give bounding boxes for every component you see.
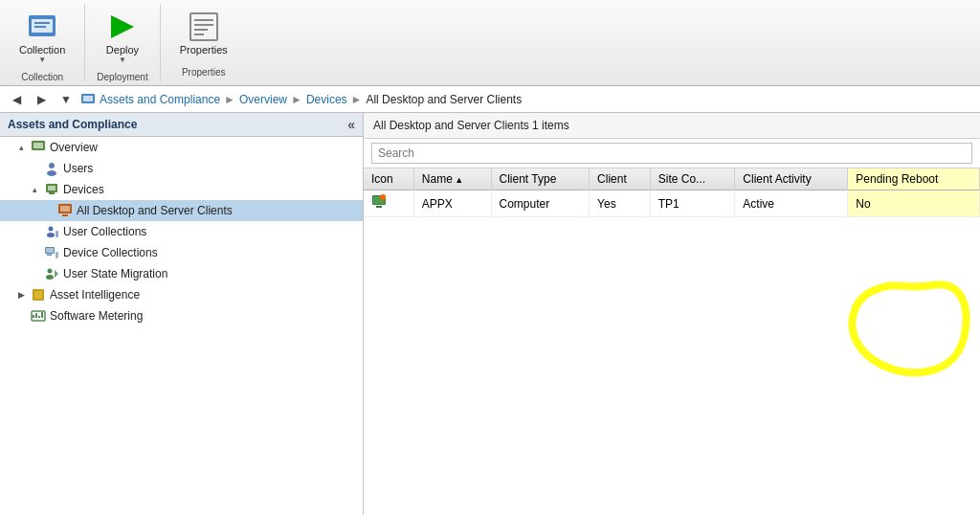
properties-group-label: Properties [182, 63, 226, 78]
overview-expand-icon: ▴ [15, 142, 27, 153]
navigation-bar: ◀ ▶ ▼ Assets and Compliance ► Overview ►… [0, 86, 980, 113]
col-site-co[interactable]: Site Co... [650, 168, 735, 190]
dropdown-button[interactable]: ▼ [56, 89, 77, 110]
intelligence-expand-icon: ▶ [15, 289, 27, 301]
svg-rect-17 [48, 186, 56, 190]
table-container: Icon Name Client Type Client Site Co... … [364, 168, 980, 515]
toolbar-group-collection: Collection ▼ Collection [0, 4, 85, 81]
sidebar-item-user-collections-label: User Collections [63, 225, 146, 238]
content-area: All Desktop and Server Clients 1 items I… [364, 113, 980, 515]
sidebar-item-all-desktop[interactable]: All Desktop and Server Clients [0, 200, 363, 221]
table-row[interactable]: APPX Computer Yes TP1 Active No [364, 190, 980, 217]
col-icon[interactable]: Icon [364, 168, 413, 190]
sidebar-item-asset-intelligence[interactable]: ▶ Asset Intelligence [0, 284, 363, 305]
sidebar-collapse-button[interactable]: « [347, 117, 355, 132]
deploy-button[interactable]: Deploy ▼ [99, 8, 146, 68]
content-header: All Desktop and Server Clients 1 items [364, 113, 980, 139]
users-expand-icon [29, 163, 40, 174]
software-metering-icon [31, 308, 46, 324]
user-state-migration-icon [44, 266, 59, 281]
sidebar-item-overview-label: Overview [50, 141, 98, 154]
device-row-icon [371, 194, 387, 210]
back-button[interactable]: ◀ [6, 89, 27, 110]
devices-table: Icon Name Client Type Client Site Co... … [364, 168, 980, 217]
col-client-type[interactable]: Client Type [491, 168, 590, 190]
svg-rect-7 [194, 24, 213, 26]
sidebar-item-device-collections[interactable]: Device Collections [0, 242, 363, 263]
svg-point-14 [49, 163, 55, 168]
sidebar-item-devices[interactable]: ▴ Devices [0, 179, 363, 200]
svg-point-23 [47, 233, 55, 237]
svg-rect-28 [56, 252, 58, 258]
col-client[interactable]: Client [590, 168, 651, 190]
svg-point-15 [47, 170, 56, 176]
deployment-group-label: Deployment [97, 68, 147, 82]
svg-marker-4 [111, 15, 134, 38]
collection-label: Collection [19, 44, 65, 56]
cell-name: APPX [413, 190, 491, 217]
devices-expand-icon: ▴ [29, 184, 40, 195]
svg-rect-21 [62, 214, 68, 216]
toolbar-group-deployment: Deploy ▼ Deployment [85, 4, 160, 81]
breadcrumb-assets[interactable]: Assets and Compliance [100, 93, 220, 106]
sidebar-item-overview[interactable]: ▴ Overview [0, 137, 363, 158]
breadcrumb-sep-2: ► [291, 93, 302, 106]
migration-expand-icon [29, 268, 40, 280]
sidebar-item-all-desktop-label: All Desktop and Server Clients [77, 204, 233, 217]
metering-expand-icon [15, 310, 27, 322]
sidebar-item-software-metering-label: Software Metering [50, 309, 143, 323]
sidebar-item-user-collections[interactable]: User Collections [0, 221, 363, 242]
search-bar [364, 139, 980, 168]
breadcrumb-sep-1: ► [224, 93, 235, 106]
search-input[interactable] [371, 143, 972, 164]
properties-button[interactable]: Properties [172, 8, 235, 59]
sidebar-item-user-state-label: User State Migration [63, 267, 167, 280]
content-title: All Desktop and Server Clients 1 items [373, 119, 569, 132]
sidebar-item-users[interactable]: Users [0, 158, 363, 179]
breadcrumb-overview[interactable]: Overview [239, 93, 287, 106]
col-client-activity[interactable]: Client Activity [735, 168, 848, 190]
svg-rect-20 [60, 206, 70, 212]
collection-button[interactable]: Collection ▼ [11, 8, 73, 68]
sidebar-item-device-collections-label: Device Collections [63, 246, 158, 259]
desktop-expand-icon [42, 205, 54, 216]
svg-rect-26 [46, 248, 54, 253]
collection-icon [27, 11, 57, 42]
sidebar-title: Assets and Compliance [8, 118, 137, 131]
device-col-expand-icon [29, 247, 40, 258]
breadcrumb-devices[interactable]: Devices [306, 93, 347, 106]
svg-rect-8 [194, 29, 208, 31]
overview-icon [31, 140, 46, 155]
sidebar-item-software-metering[interactable]: Software Metering [0, 305, 363, 326]
breadcrumb-sep-3: ► [351, 93, 363, 106]
nav-icon [80, 92, 96, 107]
collection-group-label: Collection [21, 68, 63, 82]
cell-client-type: Computer [491, 190, 590, 217]
cell-site-co: TP1 [650, 190, 735, 217]
svg-rect-27 [47, 255, 52, 257]
svg-rect-6 [194, 19, 213, 21]
svg-rect-33 [34, 291, 42, 299]
cell-client-activity: Active [735, 190, 848, 217]
svg-point-22 [49, 227, 54, 232]
svg-rect-18 [49, 192, 55, 194]
forward-button[interactable]: ▶ [31, 89, 52, 110]
devices-icon [44, 182, 59, 197]
svg-rect-9 [194, 34, 204, 35]
cell-pending-reboot: No [848, 190, 980, 217]
svg-rect-13 [33, 143, 43, 148]
col-name[interactable]: Name [413, 168, 491, 190]
svg-rect-24 [56, 231, 58, 237]
sidebar-item-devices-label: Devices [63, 183, 104, 196]
main-area: Assets and Compliance « ▴ Overview Users… [0, 113, 980, 515]
properties-icon [189, 11, 219, 42]
deploy-label: Deploy [106, 44, 139, 56]
svg-rect-2 [34, 22, 50, 24]
svg-rect-41 [376, 206, 382, 208]
col-pending-reboot[interactable]: Pending Reboot [848, 168, 980, 190]
svg-rect-11 [83, 96, 93, 101]
svg-marker-31 [55, 270, 58, 278]
svg-point-42 [380, 194, 386, 200]
sidebar-item-user-state-migration[interactable]: User State Migration [0, 263, 363, 284]
sidebar-item-asset-intelligence-label: Asset Intelligence [50, 288, 140, 302]
